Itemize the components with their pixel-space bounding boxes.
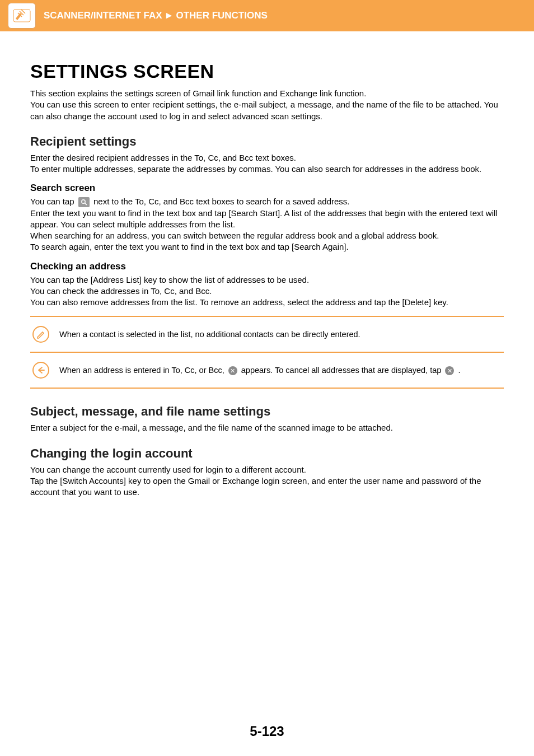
- login-p2: Tap the [Switch Accounts] key to open th…: [30, 475, 504, 498]
- breadcrumb-part-2[interactable]: OTHER FUNCTIONS: [176, 10, 267, 21]
- page-number: 5-123: [0, 724, 534, 739]
- notes-group: When a contact is selected in the list, …: [30, 316, 504, 389]
- note2-text: When an address is entered in To, Cc, or…: [59, 365, 461, 376]
- note2c: .: [458, 366, 460, 375]
- intro-paragraph-1: This section explains the settings scree…: [30, 88, 504, 99]
- checking-line2: You can check the addresses in To, Cc, a…: [30, 286, 504, 297]
- subject-settings-heading: Subject, message, and file name settings: [30, 404, 504, 419]
- header-bar: SCANNER/INTERNET FAX ► OTHER FUNCTIONS: [0, 0, 534, 31]
- page-title: SETTINGS SCREEN: [30, 60, 504, 82]
- svg-rect-0: [13, 10, 30, 22]
- search-line1a: You can tap: [30, 197, 77, 206]
- recipient-p2: To enter multiple addresses, separate th…: [30, 164, 504, 175]
- note-pencil-icon: [32, 326, 49, 343]
- subject-body: Enter a subject for the e-mail, a messag…: [30, 422, 504, 433]
- breadcrumb-separator-icon: ►: [165, 10, 174, 21]
- search-screen-heading: Search screen: [30, 183, 504, 194]
- note2b: appears. To cancel all addresses that ar…: [241, 366, 444, 375]
- search-line1: You can tap next to the To, Cc, and Bcc …: [30, 196, 504, 207]
- pencil-pad-icon: [12, 7, 31, 24]
- intro-paragraph-2: You can use this screen to enter recipie…: [30, 99, 504, 122]
- page-content: SETTINGS SCREEN This section explains th…: [0, 31, 534, 498]
- svg-point-1: [82, 200, 85, 203]
- scanner-app-icon: [8, 3, 36, 29]
- note2a: When an address is entered in To, Cc, or…: [59, 366, 227, 375]
- close-circle-icon: ✕: [228, 366, 237, 375]
- note-block-2: When an address is entered in To, Cc, or…: [30, 353, 504, 389]
- magnifier-icon: [78, 197, 90, 207]
- svg-line-2: [85, 203, 87, 206]
- search-line4: To search again, enter the text you want…: [30, 241, 504, 253]
- close-circle-icon-2: ✕: [445, 366, 454, 375]
- note1-text: When a contact is selected in the list, …: [59, 329, 360, 340]
- search-line2: Enter the text you want to find in the t…: [30, 208, 504, 231]
- checking-address-heading: Checking an address: [30, 261, 504, 272]
- search-line1b: next to the To, Cc, and Bcc text boxes t…: [93, 197, 349, 206]
- search-line3: When searching for an address, you can s…: [30, 230, 504, 241]
- changing-login-heading: Changing the login account: [30, 446, 504, 461]
- checking-line1: You can tap the [Address List] key to sh…: [30, 274, 504, 286]
- checking-line3: You can also remove addresses from the l…: [30, 297, 504, 308]
- login-p1: You can change the account currently use…: [30, 464, 504, 475]
- breadcrumb-part-1[interactable]: SCANNER/INTERNET FAX: [44, 10, 162, 21]
- note-block-1: When a contact is selected in the list, …: [30, 316, 504, 353]
- note-back-icon: [32, 362, 49, 379]
- recipient-p1: Enter the desired recipient addresses in…: [30, 152, 504, 164]
- recipient-settings-heading: Recipient settings: [30, 134, 504, 149]
